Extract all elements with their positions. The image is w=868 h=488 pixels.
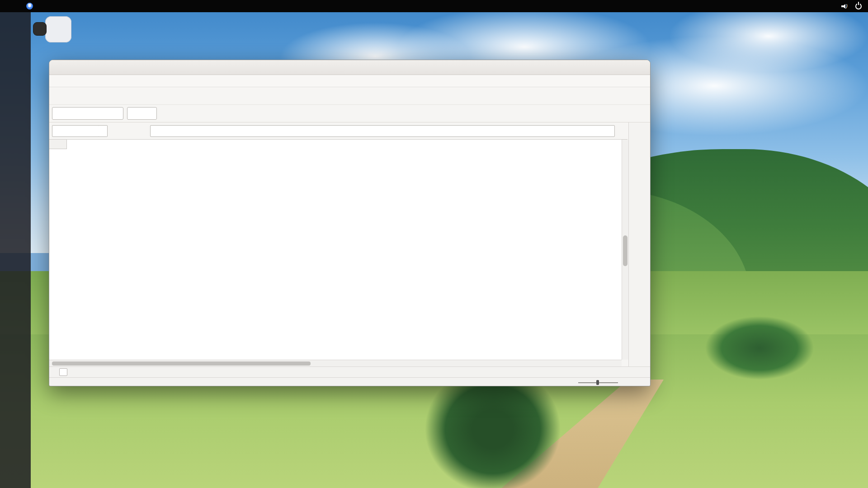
formula-bar [49,122,627,140]
title-bar[interactable] [49,60,650,75]
add-sheet-button[interactable] [59,368,67,376]
function-wizard-button[interactable] [109,125,121,137]
select-function-button[interactable] [123,125,135,137]
dock [0,12,31,488]
formatting-toolbar [49,105,650,122]
dock-tooltip [33,22,47,36]
focused-app-menu[interactable] [26,3,36,9]
top-bar: ) [0,0,868,12]
menu-bar [49,75,650,87]
expand-formula-bar-button[interactable] [617,127,625,134]
name-box[interactable] [52,125,99,137]
system-tray[interactable]: ) [841,0,862,12]
desktop: ) [0,0,868,488]
sidebar-tab-strip [628,122,651,377]
sheet-tab-bar [49,366,650,377]
font-size-combo[interactable] [127,107,157,120]
vertical-scrollbar[interactable] [622,140,628,360]
formula-input[interactable] [150,125,615,137]
font-name-combo[interactable] [52,107,123,120]
toolbar-overflow-button[interactable] [635,107,647,120]
cell-area [67,149,622,360]
sheet-area [49,140,622,360]
power-icon [855,3,862,9]
row-headers [49,149,67,360]
standard-toolbar [49,87,650,105]
status-bar [49,377,650,386]
name-box-dropdown[interactable] [99,125,108,137]
bush [705,316,814,380]
column-headers [67,140,622,149]
formula-button[interactable] [137,125,148,137]
horizontal-scrollbar[interactable] [49,360,622,366]
horizontal-scroll-thumb[interactable] [52,361,311,366]
chromium-icon [26,3,33,9]
libreoffice-calc-window [49,60,651,386]
volume-icon: ) [841,3,849,9]
zoom-slider-thumb[interactable] [596,380,599,385]
vertical-scroll-thumb[interactable] [623,235,627,266]
select-all-corner[interactable] [49,140,67,149]
rustdesk-desktop-icon[interactable] [45,16,71,42]
